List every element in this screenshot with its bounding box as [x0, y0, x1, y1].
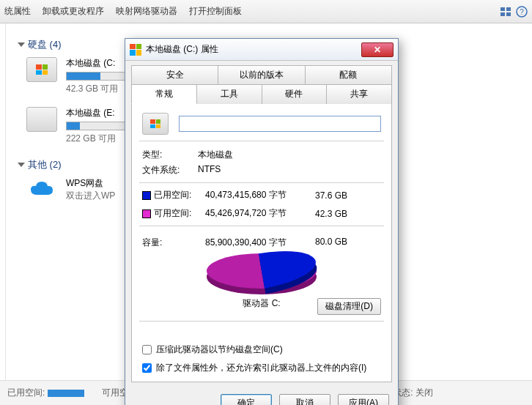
used-bytes: 40,473,415,680 字节	[205, 189, 315, 201]
disk-cleanup-button[interactable]: 磁盘清理(D)	[317, 298, 381, 315]
collapse-icon	[18, 42, 25, 47]
pie-label: 驱动器 C:	[243, 297, 280, 310]
label-capacity: 容量:	[142, 237, 205, 249]
drive-icon	[26, 57, 57, 82]
tab-panel-general: 类型: 本地磁盘 文件系统: NTFS 已用空间: 40,473,415,680…	[131, 104, 392, 382]
label-used: 已用空间:	[154, 189, 205, 201]
used-swatch	[48, 390, 84, 397]
explorer-toolbar: 统属性 卸载或更改程序 映射网络驱动器 打开控制面板 ?	[0, 0, 532, 23]
checkbox-index[interactable]: 除了文件属性外，还允许索引此驱动器上文件的内容(I)	[142, 362, 381, 374]
tab-general[interactable]: 常规	[131, 84, 197, 104]
status-used: 已用空间:	[7, 387, 84, 399]
svg-rect-1	[506, 7, 511, 11]
checkbox-index-label: 除了文件属性外，还允许索引此驱动器上文件的内容(I)	[156, 362, 366, 374]
cloud-icon	[26, 177, 57, 202]
capacity-bytes: 85,900,390,400 字节	[205, 237, 315, 249]
svg-rect-2	[500, 12, 505, 16]
view-icon[interactable]	[500, 6, 511, 18]
ok-button[interactable]: 确定	[221, 394, 272, 405]
group-label: 其他 (2)	[28, 158, 62, 171]
help-icon[interactable]: ?	[516, 6, 528, 18]
free-color-swatch	[142, 209, 151, 218]
free-gb: 42.3 GB	[315, 209, 356, 219]
usage-pie-chart	[207, 253, 317, 289]
used-color-swatch	[142, 191, 151, 200]
group-label: 硬盘 (4)	[28, 38, 62, 51]
checkbox-compress-label: 压缩此驱动器以节约磁盘空间(C)	[156, 343, 283, 356]
free-bytes: 45,426,974,720 字节	[205, 207, 315, 220]
checkbox-index-input[interactable]	[142, 363, 152, 373]
toolbar-item[interactable]: 卸载或更改程序	[43, 5, 104, 18]
volume-icon	[142, 113, 169, 135]
toolbar-item[interactable]: 打开控制面板	[189, 5, 242, 18]
checkbox-compress-input[interactable]	[142, 345, 152, 354]
value-type: 本地磁盘	[198, 149, 381, 161]
properties-dialog: 本地磁盘 (C:) 属性 ✕ 安全 以前的版本 配额 常规 工具 硬件 共享 类…	[125, 38, 399, 405]
tab-previous-versions[interactable]: 以前的版本	[218, 65, 305, 84]
checkbox-compress[interactable]: 压缩此驱动器以节约磁盘空间(C)	[142, 343, 381, 356]
dialog-title: 本地磁盘 (C:) 属性	[146, 43, 218, 56]
toolbar-item[interactable]: 统属性	[4, 5, 31, 18]
dialog-titlebar[interactable]: 本地磁盘 (C:) 属性 ✕	[125, 39, 398, 61]
toolbar-item[interactable]: 映射网络驱动器	[116, 5, 177, 18]
apply-button[interactable]: 应用(A)	[338, 394, 389, 405]
close-button[interactable]: ✕	[361, 42, 394, 57]
used-gb: 37.6 GB	[315, 190, 356, 201]
nav-sidebar	[0, 23, 6, 380]
cancel-button[interactable]: 取消	[279, 394, 330, 405]
tab-tools[interactable]: 工具	[197, 84, 262, 104]
windows-icon	[130, 44, 141, 56]
volume-name-input[interactable]	[179, 116, 381, 132]
svg-text:?: ?	[520, 8, 524, 16]
value-fs: NTFS	[198, 164, 381, 177]
label-fs: 文件系统:	[142, 164, 198, 177]
label-type: 类型:	[142, 149, 198, 161]
drive-name: WPS网盘	[66, 177, 115, 190]
capacity-gb: 80.0 GB	[315, 237, 356, 249]
drive-icon	[26, 107, 57, 132]
svg-rect-3	[506, 12, 511, 16]
tab-hardware[interactable]: 硬件	[262, 84, 328, 104]
tab-security[interactable]: 安全	[131, 65, 218, 84]
label-free: 可用空间:	[154, 207, 205, 220]
tab-quota[interactable]: 配额	[306, 65, 392, 84]
collapse-icon	[18, 163, 25, 167]
svg-rect-0	[500, 7, 505, 11]
drive-sub: 双击进入WP	[66, 190, 115, 202]
tab-sharing[interactable]: 共享	[327, 84, 392, 104]
